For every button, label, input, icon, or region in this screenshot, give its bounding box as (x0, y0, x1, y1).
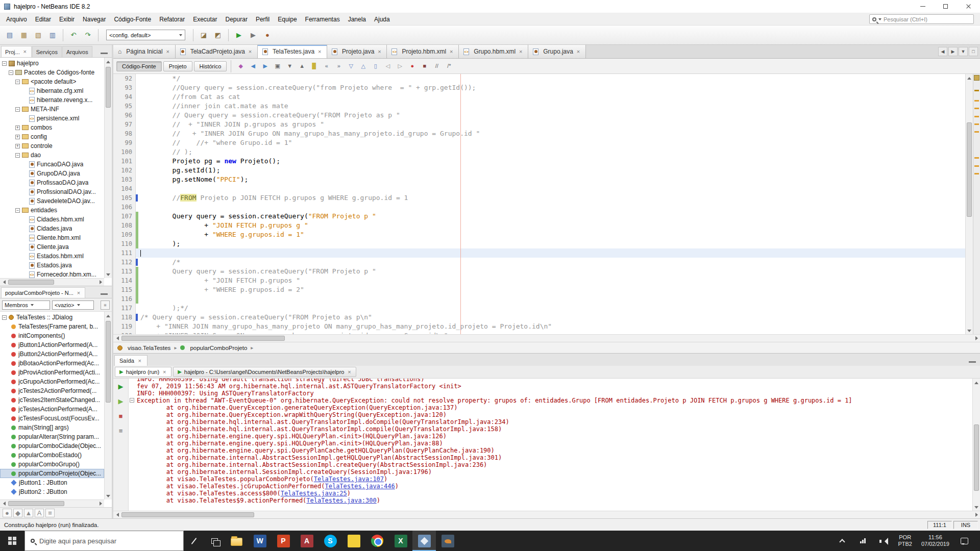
taskbar-skype[interactable]: S (318, 531, 342, 551)
clean-and-build-project-button[interactable]: ◩ (211, 29, 225, 42)
volume-button[interactable] (873, 538, 893, 544)
tree-item[interactable]: Estados.java (0, 261, 104, 270)
navigator-tab[interactable]: popularComboProjeto - N... (1, 287, 85, 298)
save-all-button[interactable]: ▥ (46, 29, 59, 42)
find-selection-button[interactable]: ▣ (272, 61, 283, 71)
scroll-down-icon[interactable] (105, 270, 112, 278)
editor-tab-grupo-java[interactable]: Grupo.java (528, 45, 586, 58)
navigator-item[interactable]: jcTestes2ActionPerformed(... (0, 386, 104, 395)
code-text[interactable]: //FROM Projeto p JOIN FETCH p.grupos g W… (140, 193, 965, 203)
code-text[interactable]: + "WHERE g.grupos.id = 1" (140, 230, 965, 239)
members-view-select[interactable]: Membros (2, 300, 50, 310)
hidden-icons-button[interactable] (832, 538, 852, 544)
code-text[interactable]: + "JOIN FETCH p.grupos g " (140, 221, 965, 230)
scroll-down-icon[interactable] (973, 503, 980, 511)
tree-item[interactable]: SavedeleteDAO.jav... (0, 196, 104, 206)
find-next-button[interactable]: ▼ (284, 61, 295, 71)
tree-item[interactable]: +controle (0, 141, 104, 151)
profile-project-button[interactable]: ● (261, 29, 274, 42)
scroll-down-icon[interactable] (966, 327, 973, 334)
minimize-panel-icon[interactable] (101, 53, 108, 54)
find-previous-button[interactable]: ▲ (297, 61, 307, 71)
scroll-up-icon[interactable] (973, 379, 980, 386)
code-text[interactable]: // + "INNER JOIN p.grupos as grupos " (140, 120, 965, 129)
taskbar-sticky-notes[interactable] (342, 531, 365, 551)
project-tree-horizontal-scrollbar[interactable] (0, 278, 104, 286)
code-text[interactable]: //Query query = session.createQuery("fro… (140, 83, 965, 92)
close-icon[interactable] (162, 369, 167, 374)
navigator-item[interactable]: main(String[] args) (0, 423, 104, 432)
navigator-item[interactable]: jcTestesActionPerformed(A... (0, 405, 104, 414)
shift-line-left-button[interactable]: « (321, 61, 332, 71)
taskbar-file-explorer[interactable] (225, 531, 248, 551)
scroll-right-icon[interactable] (96, 500, 104, 507)
tree-item[interactable]: Cliente.java (0, 242, 104, 252)
scrollbar-thumb[interactable] (967, 122, 972, 217)
minimize-button[interactable] (911, 0, 934, 13)
stripe-mark[interactable] (974, 100, 979, 102)
scroll-up-icon[interactable] (105, 58, 112, 65)
code-text[interactable] (140, 294, 965, 304)
maximize-window-icon[interactable]: □ (969, 47, 978, 56)
navigator-item[interactable]: jButton1ActionPerformed(A... (0, 340, 104, 349)
stripe-mark[interactable] (974, 123, 979, 125)
editor-tab-telacadprojeto-java[interactable]: TelaCadProjeto.java (176, 45, 258, 58)
taskbar-chrome[interactable] (365, 531, 389, 551)
menu-navegar[interactable]: Navegar (79, 14, 110, 24)
expander-icon[interactable]: − (15, 80, 20, 84)
code-text[interactable]: Query query = session.createQuery("FROM … (140, 212, 965, 221)
run-project-button[interactable]: ▶ (232, 29, 246, 42)
tree-item[interactable]: +config (0, 132, 104, 141)
toggle-bookmark-button[interactable]: ▯ (370, 61, 381, 71)
navigator-item[interactable]: popularComboGrupo() (0, 460, 104, 469)
code-text[interactable]: Projeto pg = new Projeto(); (140, 157, 965, 166)
next-occurrence-button[interactable]: ▷ (395, 61, 405, 71)
editor-horizontal-scrollbar[interactable] (113, 334, 980, 342)
windows-ink-button[interactable] (184, 531, 204, 551)
menu-equipe[interactable]: Equipe (274, 14, 301, 24)
scrollbar-thumb[interactable] (121, 336, 285, 341)
previous-bookmark-button[interactable]: △ (358, 61, 369, 71)
code-text[interactable]: pg.setId(1); (140, 166, 965, 175)
navigator-vertical-scrollbar[interactable] (104, 312, 112, 499)
panel-tab-proj[interactable]: Proj... (1, 46, 32, 57)
view-toggle-projeto[interactable]: Projeto (163, 61, 192, 71)
tree-item[interactable]: −entidades (0, 206, 104, 215)
scroll-up-icon[interactable] (105, 312, 112, 319)
tree-item[interactable]: Cidades.hbm.xml (0, 215, 104, 224)
previous-occurrence-button[interactable]: ◁ (382, 61, 393, 71)
stripe-mark[interactable] (974, 173, 979, 174)
code-text[interactable]: /* (140, 258, 965, 267)
sort-by-source-button[interactable]: ≡ (45, 509, 55, 517)
scrollbar-thumb[interactable] (106, 67, 111, 108)
new-project-button[interactable]: ▦ (17, 29, 31, 42)
navigator-horizontal-scrollbar[interactable] (0, 499, 104, 507)
tree-item[interactable]: −hajelpro (0, 59, 104, 68)
close-icon[interactable] (76, 290, 81, 295)
close-icon[interactable] (22, 49, 28, 55)
close-icon[interactable] (137, 358, 142, 363)
scroll-tabs-right-icon[interactable]: ▶ (948, 47, 958, 56)
code-text[interactable]: */ (140, 74, 965, 83)
forward-button[interactable]: ▶ (260, 61, 271, 71)
expander-icon[interactable]: − (2, 315, 7, 320)
stop-macro-recording-button[interactable]: ■ (419, 61, 430, 71)
tree-item[interactable]: −<pacote default> (0, 77, 104, 86)
scroll-left-icon[interactable] (113, 511, 121, 518)
taskbar-netbeans[interactable] (412, 531, 436, 551)
maximize-button[interactable] (934, 0, 957, 13)
menu-exibir[interactable]: Exibir (55, 14, 79, 24)
tree-item[interactable]: −dao (0, 151, 104, 160)
stacktrace-link[interactable]: TelaTestes.java:300 (306, 497, 376, 504)
menu-ferramentas[interactable]: Ferramentas (301, 14, 344, 24)
show-fully-qualified-names-button[interactable]: A (35, 509, 44, 517)
navigator-root-item[interactable]: −TelaTestes :: JDialog (0, 313, 104, 322)
breadcrumb-item[interactable]: popularComboProjeto (190, 345, 247, 351)
uncomment-lines-button[interactable]: /* (444, 61, 454, 71)
close-icon[interactable] (377, 49, 382, 54)
scroll-down-icon[interactable] (105, 492, 112, 499)
menu-ajuda[interactable]: Ajuda (370, 14, 394, 24)
editor-tab-projeto-java[interactable]: Projeto.java (327, 45, 387, 58)
expander-icon[interactable]: − (2, 61, 7, 66)
navigator-item[interactable]: jButton2ActionPerformed(A... (0, 349, 104, 359)
